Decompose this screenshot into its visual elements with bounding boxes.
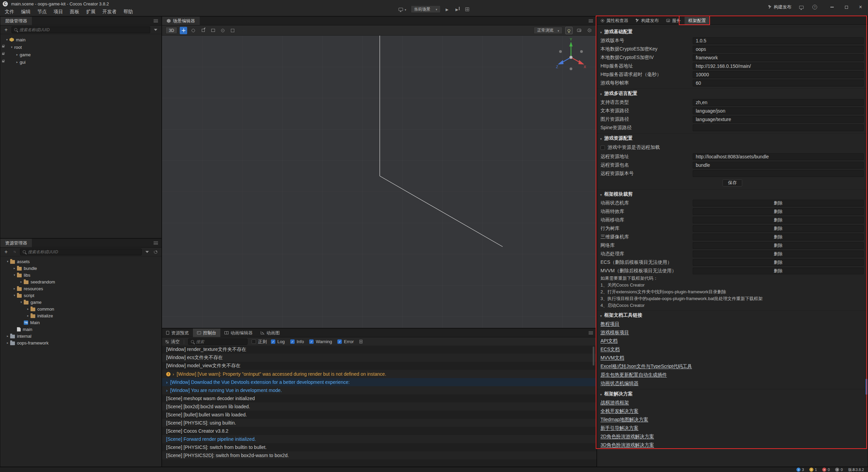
console-log-row[interactable]: [Scene] [box2d]:box2d wasm lib loaded. bbox=[162, 402, 596, 411]
asset-node[interactable]: Main bbox=[0, 319, 161, 326]
tree-expander-icon[interactable] bbox=[9, 45, 14, 49]
open-log-file-button[interactable] bbox=[358, 339, 364, 345]
console-log-row[interactable]: [Window] Download the Vue Devtools exten… bbox=[162, 378, 596, 386]
doc-link[interactable]: ECS文档 bbox=[597, 345, 868, 354]
snap-tool-button[interactable] bbox=[229, 27, 236, 34]
inspector-tab[interactable]: 框架配置 bbox=[685, 17, 710, 24]
console-log-row[interactable]: [Window] [Vue warn]: Property "onInput" … bbox=[162, 370, 596, 378]
section-header[interactable]: 游戏基础配置 bbox=[597, 27, 868, 36]
console-scrollbar[interactable] bbox=[593, 347, 594, 366]
section-header[interactable]: 框架解决方案 bbox=[597, 389, 868, 398]
play-button[interactable] bbox=[444, 6, 451, 13]
delete-button[interactable]: 删除 bbox=[693, 242, 864, 249]
refresh-assets-button[interactable] bbox=[153, 249, 159, 255]
solution-link[interactable]: Tiledmap地图解决方案 bbox=[597, 415, 868, 424]
console-log-row[interactable]: [Window] render_texture文件夹不存在 bbox=[162, 346, 596, 354]
doc-link[interactable]: Excel格式转Json文件与TypeScript代码工具 bbox=[597, 362, 868, 371]
section-header[interactable]: 游戏资源配置 bbox=[597, 133, 868, 143]
warning-count-badge[interactable]: 1 bbox=[809, 468, 817, 472]
menu-item[interactable]: 项目 bbox=[50, 7, 66, 16]
panel-menu-icon[interactable] bbox=[154, 19, 158, 22]
console-log-row[interactable]: [Window] model_view文件夹不存在 bbox=[162, 362, 596, 370]
hierarchy-title-tab[interactable]: 层级管理器 bbox=[0, 17, 32, 25]
tree-expander-icon[interactable] bbox=[5, 334, 10, 338]
delete-button[interactable]: 删除 bbox=[693, 259, 864, 266]
device-select-button[interactable] bbox=[397, 5, 408, 13]
log-expand-arrow-icon[interactable] bbox=[166, 388, 170, 393]
tree-expander-icon[interactable] bbox=[5, 260, 10, 263]
console-log-row[interactable]: [Scene] [bullet]:bullet wasm lib loaded. bbox=[162, 411, 596, 419]
delete-button[interactable]: 删除 bbox=[693, 234, 864, 240]
pivot-tool-button[interactable] bbox=[219, 27, 226, 34]
tree-expander-icon[interactable] bbox=[12, 294, 17, 297]
asset-node[interactable]: bundle bbox=[0, 265, 161, 272]
tree-expander-icon[interactable] bbox=[19, 300, 24, 304]
console-search-input[interactable] bbox=[196, 339, 245, 344]
property-input[interactable] bbox=[693, 170, 864, 177]
scene-title-tab[interactable]: 场景编辑器 bbox=[162, 17, 200, 25]
menu-item[interactable]: 扩展 bbox=[83, 7, 99, 16]
log-level-filter[interactable]: Error bbox=[337, 339, 354, 344]
hierarchy-node[interactable]: root bbox=[0, 43, 161, 51]
panel-menu-icon[interactable] bbox=[589, 19, 593, 22]
log-expand-arrow-icon[interactable] bbox=[166, 380, 170, 385]
property-input[interactable]: bundle bbox=[693, 162, 864, 169]
asset-node[interactable]: oops-framework bbox=[0, 339, 161, 346]
solution-link[interactable]: 新手引导解决方案 bbox=[597, 424, 868, 432]
console-log-row[interactable]: [Scene] Cocos Creator v3.8.2 bbox=[162, 427, 596, 435]
remote-load-checkbox[interactable] bbox=[600, 145, 605, 150]
filter-checkbox[interactable] bbox=[309, 339, 314, 344]
solution-link[interactable]: 战棋游戏框架 bbox=[597, 398, 868, 407]
asset-node[interactable]: script bbox=[0, 292, 161, 299]
property-input[interactable]: oops bbox=[693, 46, 864, 53]
asset-node[interactable]: assets bbox=[0, 258, 161, 265]
doc-link[interactable]: 教程项目 bbox=[597, 320, 868, 328]
console-log-row[interactable]: [Scene] [PHYSICS]: switch from builtin t… bbox=[162, 443, 596, 451]
delete-button[interactable]: 删除 bbox=[693, 268, 864, 274]
asset-node[interactable]: initialize bbox=[0, 312, 161, 319]
menu-item[interactable]: 开发者 bbox=[99, 7, 120, 16]
property-input[interactable]: language/texture bbox=[693, 116, 864, 123]
view-mode-dropdown[interactable]: 正常浏览 bbox=[534, 27, 563, 34]
scene-settings-button[interactable] bbox=[586, 27, 593, 34]
console-log-row[interactable]: [Scene] meshopt wasm decoder initialized bbox=[162, 394, 596, 402]
delete-button[interactable]: 删除 bbox=[693, 251, 864, 257]
panel-menu-icon[interactable] bbox=[154, 241, 158, 244]
asset-node[interactable]: internal bbox=[0, 333, 161, 339]
panel-menu-icon[interactable] bbox=[589, 331, 593, 334]
tree-expander-icon[interactable] bbox=[19, 280, 24, 283]
log-level-filter[interactable]: Log bbox=[271, 339, 285, 344]
console-tab[interactable]: 动画图 bbox=[257, 329, 284, 337]
property-input[interactable]: 1.0.5 bbox=[693, 37, 864, 44]
property-input[interactable]: 10000 bbox=[693, 71, 864, 78]
console-log-list[interactable]: [Window] render_texture文件夹不存在 [Window] e… bbox=[162, 346, 596, 467]
property-input[interactable] bbox=[693, 124, 864, 131]
filter-checkbox[interactable] bbox=[290, 339, 295, 344]
tree-expander-icon[interactable] bbox=[4, 38, 9, 41]
lighting-toggle-button[interactable] bbox=[565, 27, 573, 34]
scene-viewport[interactable]: Y X Z bbox=[162, 36, 596, 328]
lock-icon[interactable] bbox=[2, 53, 4, 55]
tree-expander-icon[interactable] bbox=[12, 287, 17, 290]
move-tool-button[interactable] bbox=[180, 27, 187, 34]
hierarchy-node[interactable]: game bbox=[0, 51, 161, 58]
asset-node[interactable]: common bbox=[0, 306, 161, 312]
asset-node[interactable]: resources bbox=[0, 285, 161, 292]
inspector-scrollbar[interactable] bbox=[866, 379, 867, 395]
console-tab[interactable]: 动画编辑器 bbox=[220, 329, 257, 337]
rotate-tool-button[interactable] bbox=[190, 27, 197, 34]
doc-link[interactable]: 动画状态机编辑器 bbox=[597, 379, 868, 388]
console-log-row[interactable]: [Window] You are running Vue in developm… bbox=[162, 386, 596, 394]
tree-expander-icon[interactable] bbox=[15, 53, 20, 56]
asset-node[interactable]: game bbox=[0, 299, 161, 306]
menu-item[interactable]: 帮助 bbox=[120, 7, 136, 16]
error-count-badge[interactable]: 0 bbox=[822, 468, 830, 472]
log-count-badge[interactable]: 3 bbox=[796, 468, 804, 472]
section-header[interactable]: 框架模块裁剪 bbox=[597, 189, 868, 199]
log-expand-arrow-icon[interactable] bbox=[173, 372, 177, 377]
sort-assets-button[interactable] bbox=[12, 249, 18, 255]
inspector-tab[interactable]: 属性检查器 bbox=[597, 17, 632, 24]
regex-checkbox[interactable] bbox=[252, 339, 256, 344]
property-input[interactable]: http://192.168.0.150/main/ bbox=[693, 63, 864, 70]
add-asset-button[interactable] bbox=[3, 249, 9, 255]
